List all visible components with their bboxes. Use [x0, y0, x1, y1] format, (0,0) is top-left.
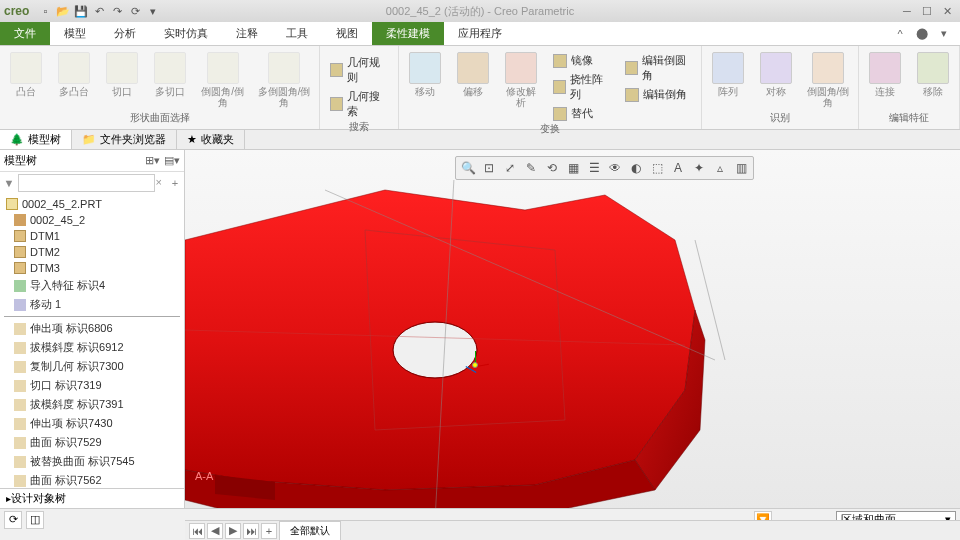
ribbon-group-transform: 移动 偏移 修改解析 镜像 挠性阵列 替代 编辑倒圆角 编辑倒角 变换 — [399, 46, 702, 129]
vt-annotation-icon[interactable]: A — [668, 158, 688, 178]
tree-node-move1[interactable]: 移动 1 — [0, 295, 184, 314]
tab-applications[interactable]: 应用程序 — [444, 22, 516, 45]
tree-node-hist-3[interactable]: 切口 标识7319 — [0, 376, 184, 395]
vt-render-icon[interactable]: ✦ — [689, 158, 709, 178]
tl-next-icon[interactable]: ▶ — [225, 523, 241, 539]
tree-node-root[interactable]: 0002_45_2.PRT — [0, 196, 184, 212]
qat-windows-icon[interactable]: ▾ — [145, 3, 161, 19]
btn-round-chamfer[interactable]: 倒圆角/倒角 — [200, 52, 245, 108]
tl-default-tab[interactable]: 全部默认 — [279, 521, 341, 541]
vt-zoom-in-icon[interactable]: 🔍 — [458, 158, 478, 178]
btn-multi-round[interactable]: 多倒圆角/倒角 — [257, 52, 311, 108]
tl-last-icon[interactable]: ⏭ — [243, 523, 259, 539]
tl-prev-icon[interactable]: ◀ — [207, 523, 223, 539]
tree-node-dtm2[interactable]: DTM2 — [0, 244, 184, 260]
tree-node-hist-0[interactable]: 伸出项 标识6806 — [0, 319, 184, 338]
vt-perspective-icon[interactable]: ⬚ — [647, 158, 667, 178]
quick-access-toolbar: ▫ 📂 💾 ↶ ↷ ⟳ ▾ — [37, 3, 161, 19]
btn-rec-round[interactable]: 倒圆角/倒角 — [806, 52, 850, 108]
btn-geom-rule[interactable]: 几何规则 — [328, 54, 390, 86]
btn-substitute[interactable]: 替代 — [551, 105, 611, 122]
tab-live-sim[interactable]: 实时仿真 — [150, 22, 222, 45]
help-icon[interactable]: ▾ — [936, 26, 952, 42]
tree-node-import[interactable]: 导入特征 标识4 — [0, 276, 184, 295]
vt-style-icon[interactable]: ◐ — [626, 158, 646, 178]
panel-model-tree[interactable]: 🌲模型树 — [0, 130, 72, 149]
vt-repaint-icon[interactable]: ✎ — [521, 158, 541, 178]
tree-node-hist-4[interactable]: 拔模斜度 标识7391 — [0, 395, 184, 414]
filter-add-icon[interactable]: + — [168, 177, 182, 189]
filter-icon[interactable]: ▼ — [2, 177, 16, 189]
qat-open-icon[interactable]: 📂 — [55, 3, 71, 19]
sb-regen-icon[interactable]: ⟳ — [4, 511, 22, 529]
minimize-icon[interactable]: ─ — [898, 3, 916, 19]
ribbon-min-icon[interactable]: ^ — [892, 26, 908, 42]
tl-add-icon[interactable]: + — [261, 523, 277, 539]
vt-snap-icon[interactable]: ▵ — [710, 158, 730, 178]
btn-multi-boss[interactable]: 多凸台 — [56, 52, 92, 97]
btn-geom-search[interactable]: 几何搜索 — [328, 88, 390, 120]
view-toolbar: 🔍 ⊡ ⤢ ✎ ⟲ ▦ ☰ 👁 ◐ ⬚ A ✦ ▵ ▥ — [455, 156, 754, 180]
btn-rec-pattern[interactable]: 阵列 — [710, 52, 746, 97]
tab-view[interactable]: 视图 — [322, 22, 372, 45]
vt-zoom-fit-icon[interactable]: ⊡ — [479, 158, 499, 178]
tl-first-icon[interactable]: ⏮ — [189, 523, 205, 539]
filter-clear-icon[interactable]: × — [156, 176, 162, 188]
btn-offset[interactable]: 偏移 — [455, 52, 491, 97]
tab-analysis[interactable]: 分析 — [100, 22, 150, 45]
vt-saved-view-icon[interactable]: ▦ — [563, 158, 583, 178]
graphics-viewport[interactable]: 🔍 ⊡ ⤢ ✎ ⟲ ▦ ☰ 👁 ◐ ⬚ A ✦ ▵ ▥ — [185, 150, 960, 508]
tree-node-csys[interactable]: 0002_45_2 — [0, 212, 184, 228]
tree-node-hist-1[interactable]: 拔模斜度 标识6912 — [0, 338, 184, 357]
maximize-icon[interactable]: ☐ — [918, 3, 936, 19]
tree-node-dtm3[interactable]: DTM3 — [0, 260, 184, 276]
tree-node-hist-2[interactable]: 复制几何 标识7300 — [0, 357, 184, 376]
btn-cut[interactable]: 切口 — [104, 52, 140, 97]
tab-tools[interactable]: 工具 — [272, 22, 322, 45]
qat-regen-icon[interactable]: ⟳ — [127, 3, 143, 19]
tab-flexible-modeling[interactable]: 柔性建模 — [372, 22, 444, 45]
tree-node-dtm1[interactable]: DTM1 — [0, 228, 184, 244]
vt-layer-icon[interactable]: ☰ — [584, 158, 604, 178]
btn-move[interactable]: 移动 — [407, 52, 443, 97]
tree-node-hist-8[interactable]: 曲面 标识7562 — [0, 471, 184, 488]
tree-node-hist-5[interactable]: 伸出项 标识7430 — [0, 414, 184, 433]
qat-new-icon[interactable]: ▫ — [37, 3, 53, 19]
qat-redo-icon[interactable]: ↷ — [109, 3, 125, 19]
vt-named-view-icon[interactable]: 👁 — [605, 158, 625, 178]
vt-refit-icon[interactable]: ⤢ — [500, 158, 520, 178]
sb-3d-icon[interactable]: ◫ — [26, 511, 44, 529]
tree-show-icon[interactable]: ▤▾ — [164, 153, 180, 169]
timeline-bar: ⏮ ◀ ▶ ⏭ + 全部默认 — [185, 520, 960, 540]
cut-feat-icon — [14, 380, 26, 392]
tree-settings-icon[interactable]: ⊞▾ — [144, 153, 160, 169]
qat-save-icon[interactable]: 💾 — [73, 3, 89, 19]
btn-flex-pattern[interactable]: 挠性阵列 — [551, 71, 611, 103]
btn-modify-analytic[interactable]: 修改解析 — [503, 52, 539, 108]
close-icon[interactable]: ✕ — [938, 3, 956, 19]
qat-undo-icon[interactable]: ↶ — [91, 3, 107, 19]
vt-spin-icon[interactable]: ⟲ — [542, 158, 562, 178]
tab-annotate[interactable]: 注释 — [222, 22, 272, 45]
search-icon[interactable]: ⬤ — [914, 26, 930, 42]
btn-multi-cut[interactable]: 多切口 — [152, 52, 188, 97]
btn-mirror[interactable]: 镜像 — [551, 52, 611, 69]
btn-rec-symmetry[interactable]: 对称 — [758, 52, 794, 97]
btn-boss[interactable]: 凸台 — [8, 52, 44, 97]
btn-edit-chamfer[interactable]: 编辑倒角 — [623, 86, 693, 103]
model-tree[interactable]: 0002_45_2.PRT 0002_45_2 DTM1 DTM2 DTM3 导… — [0, 194, 184, 488]
tree-node-hist-7[interactable]: 被替换曲面 标识7545 — [0, 452, 184, 471]
btn-remove[interactable]: 移除 — [915, 52, 951, 97]
cut-icon — [106, 52, 138, 84]
panel-favorites[interactable]: ★收藏夹 — [177, 130, 245, 149]
btn-edit-round[interactable]: 编辑倒圆角 — [623, 52, 693, 84]
tree-filter-input[interactable] — [18, 174, 155, 192]
tree-node-hist-6[interactable]: 曲面 标识7529 — [0, 433, 184, 452]
design-object-tree-header[interactable]: ▸ 设计对象树 — [0, 488, 184, 508]
window-title: 0002_45_2 (活动的) - Creo Parametric — [386, 4, 574, 19]
btn-attach[interactable]: 连接 — [867, 52, 903, 97]
panel-folder-browser[interactable]: 📁文件夹浏览器 — [72, 130, 177, 149]
tab-file[interactable]: 文件 — [0, 22, 50, 45]
tab-model[interactable]: 模型 — [50, 22, 100, 45]
vt-grid-icon[interactable]: ▥ — [731, 158, 751, 178]
